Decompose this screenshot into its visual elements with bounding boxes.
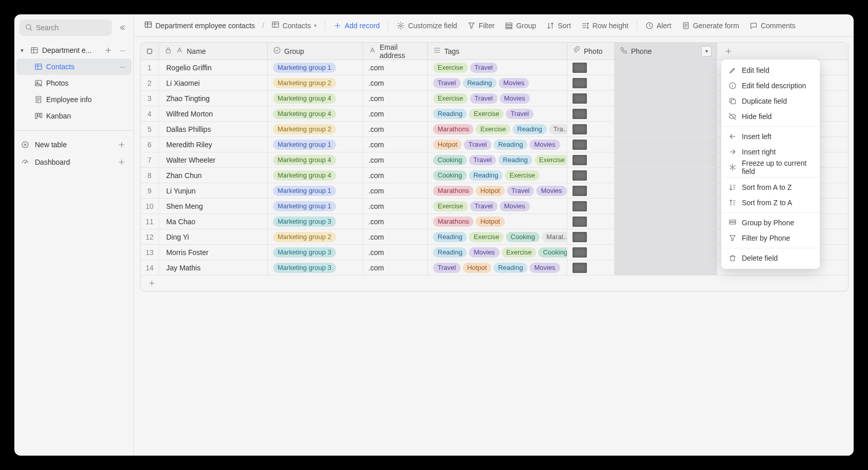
column-dropdown-button[interactable]: ▾: [701, 46, 712, 56]
cell-phone[interactable]: [615, 168, 717, 183]
cell-email[interactable]: .com: [363, 75, 428, 90]
menu-item-sort-from-a-to-z[interactable]: Sort from A to Z: [721, 180, 820, 195]
cell-group[interactable]: Marketing group 2: [268, 75, 363, 90]
filter-button[interactable]: Filter: [464, 19, 498, 32]
sidebar-view-employee-info[interactable]: Employee info: [16, 91, 131, 108]
cell-phone[interactable]: [615, 122, 717, 136]
cell-email[interactable]: .com: [363, 152, 428, 167]
sidebar-view-photos[interactable]: Photos: [16, 75, 131, 91]
cell-name[interactable]: Meredith Riley: [159, 137, 268, 152]
add-button[interactable]: [116, 156, 127, 168]
add-column-button[interactable]: [717, 43, 740, 60]
cell-group[interactable]: Marketing group 2: [268, 122, 363, 136]
cell-email[interactable]: .com: [363, 214, 428, 229]
cell-name[interactable]: Zhan Chun: [159, 168, 268, 183]
cell-photo[interactable]: [567, 229, 615, 244]
add-row-button[interactable]: [141, 276, 848, 291]
cell-group[interactable]: Marketing group 4: [268, 152, 363, 167]
cell-group[interactable]: Marketing group 4: [268, 106, 363, 121]
add-button[interactable]: [116, 139, 127, 150]
cell-photo[interactable]: [567, 152, 615, 167]
cell-tags[interactable]: ReadingMoviesExerciseCooking: [428, 245, 567, 260]
cell-email[interactable]: .com: [363, 229, 428, 244]
cell-name[interactable]: Shen Meng: [159, 199, 268, 213]
cell-email[interactable]: .com: [363, 60, 428, 75]
collapse-sidebar-button[interactable]: [116, 22, 128, 34]
select-all-checkbox[interactable]: [141, 43, 159, 60]
menu-item-group-by-phone[interactable]: Group by Phone: [721, 215, 820, 230]
cell-phone[interactable]: [615, 152, 717, 167]
cell-phone[interactable]: [615, 229, 717, 244]
cell-tags[interactable]: TravelReadingMovies: [428, 75, 567, 90]
cell-tags[interactable]: ReadingExerciseCookingMarat...: [428, 229, 567, 244]
cell-photo[interactable]: [567, 91, 615, 106]
cell-name[interactable]: Dallas Phillips: [159, 122, 268, 136]
cell-group[interactable]: Marketing group 3: [268, 245, 363, 260]
add-view-button[interactable]: [103, 45, 114, 56]
cell-phone[interactable]: [615, 245, 717, 260]
menu-item-duplicate-field[interactable]: Duplicate field: [721, 93, 820, 109]
cell-name[interactable]: Li Yunjun: [159, 183, 268, 198]
cell-group[interactable]: Marketing group 1: [268, 137, 363, 152]
breadcrumb-view[interactable]: Contacts ▾: [268, 18, 320, 32]
sidebar-pinned-dashboard[interactable]: Dashboard: [16, 153, 131, 171]
sort-button[interactable]: Sort: [543, 19, 574, 32]
menu-item-insert-right[interactable]: Insert right: [721, 144, 820, 160]
column-header-email[interactable]: Email address: [363, 43, 428, 60]
cell-name[interactable]: Ding Yi: [159, 229, 268, 244]
add-record-button[interactable]: Add record: [330, 19, 383, 32]
cell-group[interactable]: Marketing group 1: [268, 60, 363, 75]
row-height-button[interactable]: Row height: [578, 19, 632, 32]
cell-name[interactable]: Rogelio Griffin: [159, 60, 268, 75]
menu-item-filter-by-phone[interactable]: Filter by Phone: [721, 230, 820, 246]
cell-group[interactable]: Marketing group 3: [268, 260, 363, 275]
sidebar-pinned-new-table[interactable]: New table: [16, 136, 131, 153]
cell-group[interactable]: Marketing group 1: [268, 199, 363, 213]
cell-photo[interactable]: [567, 214, 615, 229]
cell-phone[interactable]: [615, 60, 717, 75]
base-more-button[interactable]: ···: [117, 45, 128, 56]
cell-group[interactable]: Marketing group 2: [268, 229, 363, 244]
column-header-photo[interactable]: Photo: [567, 43, 615, 60]
cell-tags[interactable]: MarathonsHotpotTravelMovies: [428, 183, 567, 198]
column-header-tags[interactable]: Tags: [428, 43, 567, 60]
cell-photo[interactable]: [567, 183, 615, 198]
cell-group[interactable]: Marketing group 4: [268, 168, 363, 183]
cell-tags[interactable]: HotpotTravelReadingMovies: [428, 137, 567, 152]
menu-item-delete-field[interactable]: Delete field: [721, 250, 820, 266]
cell-name[interactable]: Ma Chao: [159, 214, 268, 229]
breadcrumb-base[interactable]: Department employee contacts: [141, 18, 258, 32]
column-header-phone[interactable]: Phone ▾: [615, 43, 717, 60]
cell-email[interactable]: .com: [363, 183, 428, 198]
cell-phone[interactable]: [615, 106, 717, 121]
view-more-button[interactable]: ···: [117, 61, 128, 72]
generate-form-button[interactable]: Generate form: [679, 19, 742, 32]
cell-tags[interactable]: CookingTravelReadingExercise: [428, 152, 567, 167]
menu-item-insert-left[interactable]: Insert left: [721, 129, 820, 144]
cell-phone[interactable]: [615, 91, 717, 106]
cell-photo[interactable]: [567, 60, 615, 75]
cell-tags[interactable]: ExerciseTravel: [428, 60, 567, 75]
cell-photo[interactable]: [567, 106, 615, 121]
cell-email[interactable]: .com: [363, 122, 428, 136]
cell-photo[interactable]: [567, 260, 615, 275]
cell-email[interactable]: .com: [363, 106, 428, 121]
search-input[interactable]: Search: [19, 19, 112, 36]
cell-phone[interactable]: [615, 137, 717, 152]
cell-phone[interactable]: [615, 199, 717, 213]
cell-group[interactable]: Marketing group 3: [268, 214, 363, 229]
menu-item-sort-from-z-to-a[interactable]: Sort from Z to A: [721, 195, 820, 210]
cell-email[interactable]: .com: [363, 245, 428, 260]
cell-email[interactable]: .com: [363, 91, 428, 106]
alert-button[interactable]: Alert: [642, 19, 675, 32]
menu-item-edit-field[interactable]: Edit field: [721, 63, 820, 78]
cell-email[interactable]: .com: [363, 168, 428, 183]
cell-photo[interactable]: [567, 75, 615, 90]
column-header-group[interactable]: Group: [268, 43, 363, 60]
cell-name[interactable]: Li Xiaomei: [159, 75, 268, 90]
cell-name[interactable]: Walter Wheeler: [159, 152, 268, 167]
cell-photo[interactable]: [567, 122, 615, 136]
column-header-name[interactable]: Name: [159, 43, 268, 60]
group-button[interactable]: Group: [502, 19, 539, 32]
cell-group[interactable]: Marketing group 1: [268, 183, 363, 198]
